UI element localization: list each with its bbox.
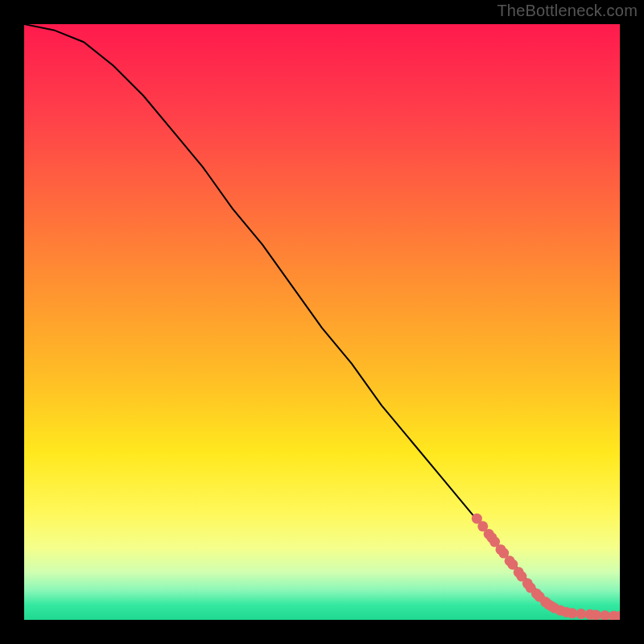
attribution-label: TheBottleneck.com — [497, 2, 638, 20]
data-point — [591, 610, 601, 620]
data-point — [567, 608, 577, 618]
data-point — [576, 609, 586, 619]
chart-frame: TheBottleneck.com — [0, 0, 644, 644]
chart-svg — [24, 24, 620, 620]
gradient-background — [24, 24, 620, 620]
plot-area — [24, 24, 620, 620]
